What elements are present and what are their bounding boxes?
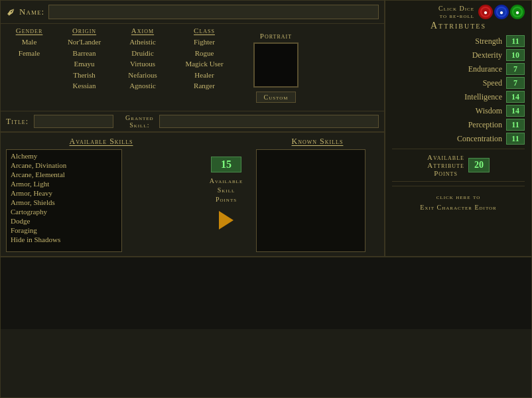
click-dice-line1: Click Dice (438, 5, 474, 12)
available-attr-label: AvailableAttributePoints (427, 153, 464, 177)
attr-divider (392, 149, 525, 149)
arrow-right-icon (219, 211, 233, 230)
known-skills-list[interactable] (256, 149, 366, 252)
gender-header: Gender (16, 27, 43, 34)
die-blue[interactable]: ● (494, 5, 509, 19)
attribute-name: Endurance (392, 64, 502, 74)
portrait-area: Portrait Custom (239, 27, 312, 108)
attribute-value[interactable]: 7 (506, 63, 525, 75)
custom-button[interactable]: Custom (256, 92, 295, 103)
origin-norlander[interactable]: Nor'Lander (68, 36, 101, 48)
skill-item[interactable]: Foraging (7, 226, 121, 235)
origin-emayu[interactable]: Emayu (74, 58, 94, 70)
granted-skill-input[interactable] (159, 115, 379, 128)
attr-divider2 (392, 181, 525, 182)
skill-item[interactable]: Arcane, Elemental (7, 170, 121, 179)
name-input[interactable] (48, 5, 379, 19)
attribute-name: Intelligence (392, 92, 502, 102)
origin-therish[interactable]: Therish (73, 70, 96, 81)
attr-rows-container: Strength11Dexterity10Endurance7Speed7Int… (392, 35, 525, 145)
skill-item[interactable]: Arcane, Divination (7, 161, 121, 170)
svg-text:●: ● (484, 9, 488, 16)
exit-btn-line2: Exit Character Editor (392, 202, 525, 213)
skill-points-value: 15 (211, 157, 241, 172)
available-skills-panel: Available Skills AlchemyArcane, Divinati… (6, 137, 196, 252)
axiom-nefarious[interactable]: Nefarious (128, 70, 157, 81)
attribute-row: Intelligence14 (392, 91, 525, 103)
attribute-row: Dexterity10 (392, 49, 525, 61)
skill-item[interactable]: Armor, Heavy (7, 188, 121, 198)
attribute-value[interactable]: 7 (506, 77, 525, 89)
origin-kessian[interactable]: Kessian (73, 80, 96, 92)
title-label-text: Title: (6, 117, 29, 127)
attribute-value[interactable]: 11 (506, 119, 525, 131)
skill-item[interactable]: Cartography (7, 207, 121, 216)
exit-btn-line1: click here to (392, 192, 525, 202)
attribute-row: Concentration11 (392, 133, 525, 145)
add-skill-button[interactable] (214, 208, 238, 232)
left-area: ✒ Name: Gender Male Female Origin Nor'La… (1, 1, 385, 256)
attribute-value[interactable]: 11 (506, 133, 525, 145)
portrait-box[interactable] (253, 42, 299, 88)
axiom-atheistic[interactable]: Atheistic (129, 36, 156, 48)
origin-header: Origin (72, 27, 96, 34)
attribute-row: Wisdom14 (392, 105, 525, 117)
axiom-agnostic[interactable]: Agnostic (129, 80, 156, 92)
attribute-name: Perception (392, 120, 502, 130)
known-skills-list-container (256, 149, 379, 252)
attribute-name: Strength (392, 36, 502, 46)
known-skills-panel: Known Skills (256, 137, 379, 252)
svg-text:●: ● (499, 9, 503, 16)
class-fighter[interactable]: Fighter (194, 36, 215, 48)
top-area-wrapper: ✒ Name: Gender Male Female Origin Nor'La… (1, 1, 531, 256)
available-skills-list[interactable]: AlchemyArcane, DivinationArcane, Element… (6, 149, 122, 252)
class-column: Class Fighter Rogue Magick User Healer R… (174, 27, 234, 108)
attribute-row: Strength11 (392, 35, 525, 47)
skills-section: Available Skills AlchemyArcane, Divinati… (1, 131, 384, 256)
gender-male[interactable]: Male (22, 36, 37, 48)
class-healer[interactable]: Healer (194, 70, 214, 81)
attribute-value[interactable]: 14 (506, 91, 525, 103)
attribute-row: Perception11 (392, 119, 525, 131)
attribute-row: Speed7 (392, 77, 525, 89)
origin-barrean[interactable]: Barrean (73, 48, 96, 59)
class-magickuser[interactable]: Magick User (185, 58, 223, 70)
skill-item[interactable]: Armor, Shields (7, 198, 121, 207)
attributes-panel: Click Dice to re-roll ● ● ● Attributes (385, 1, 531, 256)
attribute-value[interactable]: 11 (506, 35, 525, 47)
class-rogue[interactable]: Rogue (195, 48, 214, 59)
attribute-value[interactable]: 10 (506, 49, 525, 61)
class-header: Class (194, 27, 215, 34)
die-red[interactable]: ● (478, 5, 493, 19)
portrait-label: Portrait (260, 32, 292, 40)
name-label-text: Name: (19, 7, 44, 17)
skill-item[interactable]: Alchemy (7, 151, 121, 161)
attribute-row: Endurance7 (392, 63, 525, 75)
main-container: ✒ Name: Gender Male Female Origin Nor'La… (0, 0, 532, 398)
die-green[interactable]: ● (510, 5, 525, 19)
title-row: Title: Granted Skill: (1, 111, 384, 131)
available-attr-value: 20 (468, 158, 490, 172)
available-attr-row: AvailableAttributePoints 20 (392, 153, 525, 177)
attributes-title: Attributes (392, 21, 525, 31)
gender-female[interactable]: Female (19, 48, 40, 59)
feather-decoration: ✒ Name: (6, 5, 44, 19)
axiom-druidic[interactable]: Druidic (131, 48, 154, 59)
click-dice-line2: to re-roll (438, 12, 474, 19)
bottom-area (1, 256, 531, 329)
class-ranger[interactable]: Ranger (194, 80, 215, 92)
attribute-name: Concentration (392, 134, 502, 144)
skill-item[interactable]: Dodge (7, 216, 121, 226)
skill-points-area: 15 Available Skill Points (196, 137, 256, 252)
title-input[interactable] (34, 115, 113, 128)
exit-button[interactable]: click here to Exit Character Editor (392, 186, 525, 213)
axiom-virtuous[interactable]: Virtuous (130, 58, 155, 70)
available-skills-header: Available Skills (6, 137, 196, 147)
attribute-value[interactable]: 14 (506, 105, 525, 117)
skill-item[interactable]: Armor, Light (7, 179, 121, 188)
axiom-column: Axiom Atheistic Druidic Virtuous Nefario… (116, 27, 169, 108)
available-skill-points-label: Available Skill Points (210, 176, 243, 204)
gender-column: Gender Male Female (6, 27, 52, 108)
feather-icon: ✒ (3, 3, 21, 21)
skill-item[interactable]: Hide in Shadows (7, 235, 121, 244)
